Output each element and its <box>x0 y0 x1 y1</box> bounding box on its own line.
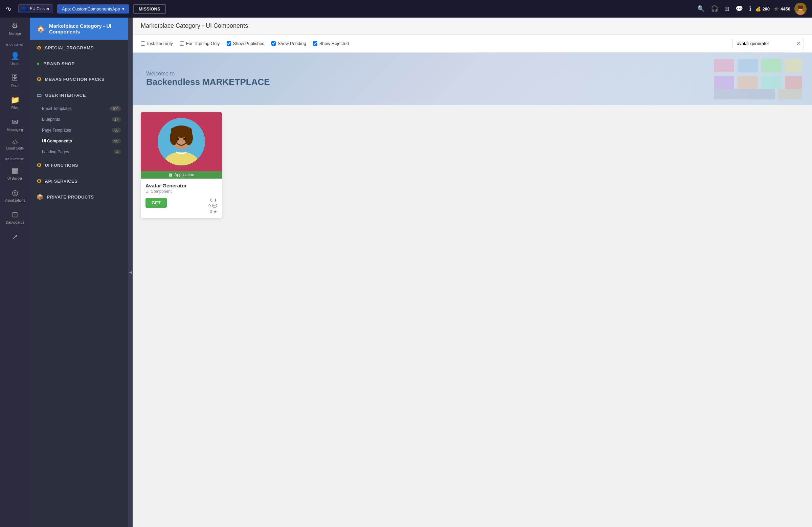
missions-button[interactable]: MISSIONS <box>133 4 166 14</box>
installed-only-filter[interactable]: Installed only <box>141 41 173 46</box>
show-pending-filter[interactable]: Show Pending <box>271 41 306 46</box>
nav-section-brand-shop-header[interactable]: ● BRAND SHOP <box>30 56 128 71</box>
show-rejected-checkbox[interactable] <box>313 41 317 46</box>
frontend-label: FRONTEND <box>0 154 30 162</box>
page-header: Marketplace Category - UI Components <box>133 18 812 34</box>
search-icon[interactable]: 🔍 <box>697 5 705 13</box>
sidebar-item-visualizations[interactable]: ◎ Visualizations <box>0 184 30 206</box>
email-templates-label: Email Templates <box>42 106 72 111</box>
card-downloads-value: 0 <box>210 198 213 203</box>
installed-only-checkbox[interactable] <box>141 41 145 46</box>
api-services-icon: ⚙ <box>37 178 42 184</box>
search-clear-button[interactable]: ✕ <box>794 38 803 49</box>
cluster-label: EU Cluster <box>30 6 49 11</box>
chat-icon[interactable]: 💬 <box>736 5 743 13</box>
show-published-filter[interactable]: Show Published <box>227 41 264 46</box>
svg-point-21 <box>177 138 179 141</box>
nav-section-mbaas: ⚙ MBAAS FUNCTION PACKS <box>30 71 128 87</box>
sidebar-item-files[interactable]: 📁 Files <box>0 92 30 114</box>
page-templates-count: 38 <box>112 128 121 133</box>
show-pending-checkbox[interactable] <box>271 41 276 46</box>
coins-value: 200 <box>762 6 770 12</box>
sidebar-item-ui-builder[interactable]: ▦ UI Builder <box>0 162 30 184</box>
info-icon[interactable]: ℹ <box>749 5 751 13</box>
nav-item-page-templates[interactable]: Page Templates 38 <box>30 125 128 136</box>
for-training-filter[interactable]: For Training Only <box>180 41 220 46</box>
ui-functions-icon: ⚙ <box>37 162 42 169</box>
home-icon: 🏠 <box>37 25 45 33</box>
svg-point-22 <box>183 138 186 141</box>
files-label: Files <box>11 106 18 109</box>
show-published-label: Show Published <box>233 41 264 46</box>
coins-badge: 💰 200 <box>755 6 770 12</box>
blueprints-count: 17 <box>112 117 121 122</box>
backend-label: BACKEND <box>0 40 30 48</box>
show-pending-label: Show Pending <box>278 41 306 46</box>
svg-rect-5 <box>738 59 758 72</box>
svg-rect-7 <box>785 59 802 72</box>
card-comments-stat: 0 💬 <box>208 204 217 208</box>
coins-icon: 💰 <box>755 6 761 12</box>
card-stars-stat: 0 ★ <box>210 209 217 214</box>
nav-section-ui-functions-header[interactable]: ⚙ UI FUNCTIONS <box>30 157 128 173</box>
card-get-button[interactable]: GET <box>145 198 167 208</box>
nav-item-landing-pages[interactable]: Landing Pages 4 <box>30 146 128 157</box>
nav-item-email-templates[interactable]: Email Templates 100 <box>30 103 128 114</box>
sidebar-item-users[interactable]: 👤 Users <box>0 48 30 70</box>
nav-section-private-header[interactable]: 📦 PRIVATE PRODUCTS <box>30 189 128 205</box>
nav-section-ui-functions: ⚙ UI FUNCTIONS <box>30 157 128 173</box>
sidebar-item-manage[interactable]: ⚙ Manage <box>0 18 30 40</box>
sidebar-item-cloud-code[interactable]: </> Cloud Code <box>0 136 30 154</box>
sidebar-item-messaging[interactable]: ✉ Messaging <box>0 114 30 136</box>
visualizations-icon: ◎ <box>12 188 18 197</box>
nav-section-private-products: 📦 PRIVATE PRODUCTS <box>30 189 128 205</box>
svg-rect-6 <box>761 59 782 72</box>
nav-section-api-services: ⚙ API SERVICES <box>30 173 128 189</box>
sidebar-item-dashboards[interactable]: ⊡ Dashboards <box>0 206 30 228</box>
nav-item-ui-components[interactable]: UI Components 90 <box>30 136 128 146</box>
for-training-checkbox[interactable] <box>180 41 184 46</box>
brand-shop-icon: ● <box>37 61 40 67</box>
card-image <box>141 112 222 171</box>
search-input[interactable] <box>733 39 794 48</box>
sidebar-item-share[interactable]: ↗ <box>0 228 30 245</box>
svg-rect-11 <box>785 76 802 89</box>
app-selector[interactable]: App: CustomComponentsApp ▾ <box>57 4 129 14</box>
banner-background <box>472 53 812 105</box>
product-card-avatar-generator[interactable]: ▦ Application Avatar Generator UI Compon… <box>141 112 222 218</box>
ui-builder-label: UI Builder <box>8 177 22 180</box>
files-icon: 📁 <box>11 96 20 104</box>
cluster-flag: 🇪🇺 <box>22 6 28 12</box>
email-templates-count: 100 <box>110 106 121 111</box>
card-title: Avatar Generator <box>145 182 217 188</box>
main-layout: ⚙ Manage BACKEND 👤 Users 🗄 Data 📁 Files … <box>0 18 812 527</box>
card-type-label: Application <box>174 173 194 177</box>
marketplace-area: Welcome to Backendless MARKETPLACE <box>133 53 812 527</box>
nav-section-special-programs-header[interactable]: ⚙ SPECIAL PROGRAMS <box>30 40 128 56</box>
card-type-bar: ▦ Application <box>141 171 222 179</box>
ui-section-label: USER INTERFACE <box>45 93 86 98</box>
svg-rect-9 <box>738 76 758 89</box>
cluster-selector[interactable]: 🇪🇺 EU Cluster <box>18 4 53 13</box>
nav-section-api-header[interactable]: ⚙ API SERVICES <box>30 173 128 189</box>
special-programs-icon: ⚙ <box>37 45 42 51</box>
user-avatar[interactable] <box>794 3 807 15</box>
card-footer: GET 0 ⬇ 0 💬 <box>145 198 217 214</box>
nav-section-mbaas-header[interactable]: ⚙ MBAAS FUNCTION PACKS <box>30 71 128 87</box>
ui-section-icon: ▭ <box>37 92 42 99</box>
nav-home-header[interactable]: 🏠 Marketplace Category - UI Components <box>30 18 128 40</box>
show-published-checkbox[interactable] <box>227 41 231 46</box>
nav-icons: 🔍 🎧 ⊞ 💬 ℹ <box>697 5 751 13</box>
svg-rect-12 <box>714 89 775 100</box>
ui-components-count: 90 <box>112 139 121 143</box>
nav-section-ui-header[interactable]: ▭ USER INTERFACE <box>30 87 128 103</box>
sidebar-item-data[interactable]: 🗄 Data <box>0 70 30 92</box>
sidebar-collapse-handle[interactable]: ◀ <box>128 18 133 527</box>
show-rejected-filter[interactable]: Show Rejected <box>313 41 349 46</box>
grid-icon[interactable]: ⊞ <box>724 5 729 13</box>
mbaas-label: MBAAS FUNCTION PACKS <box>45 77 105 82</box>
nav-item-blueprints[interactable]: Blueprints 17 <box>30 114 128 125</box>
card-stars-value: 0 <box>210 209 212 214</box>
icon-sidebar: ⚙ Manage BACKEND 👤 Users 🗄 Data 📁 Files … <box>0 18 30 527</box>
support-icon[interactable]: 🎧 <box>711 5 718 13</box>
